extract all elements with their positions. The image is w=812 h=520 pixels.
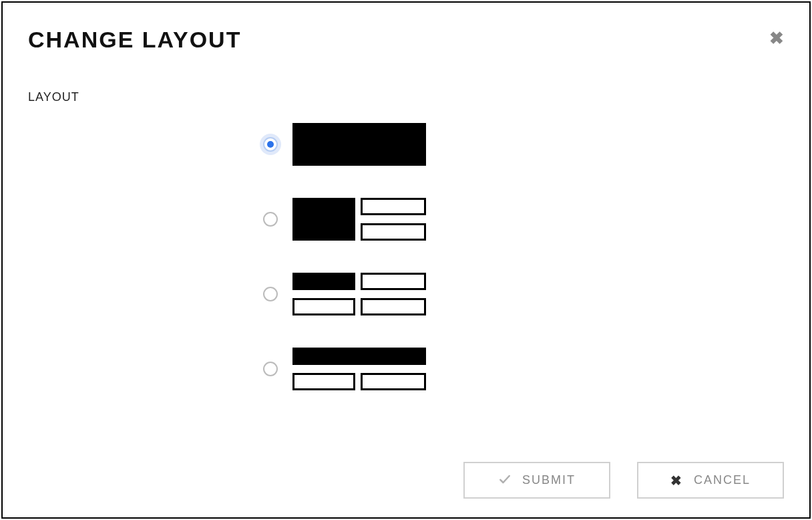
x-icon: ✖ bbox=[670, 474, 683, 487]
layout-option-split-left-stack[interactable] bbox=[263, 198, 426, 241]
dialog-header: CHANGE LAYOUT ✖ bbox=[28, 27, 784, 53]
check-icon bbox=[498, 473, 512, 488]
radio-split-left-stack[interactable] bbox=[263, 212, 278, 227]
layout-option-full[interactable] bbox=[263, 123, 426, 166]
layout-options bbox=[263, 123, 784, 390]
submit-label: SUBMIT bbox=[522, 473, 576, 487]
dialog-title: CHANGE LAYOUT bbox=[28, 27, 241, 53]
layout-thumb-top-two-bottom bbox=[292, 348, 426, 390]
radio-top-two-bottom[interactable] bbox=[263, 362, 278, 376]
layout-option-top-two-bottom[interactable] bbox=[263, 348, 426, 390]
layout-thumb-quad bbox=[292, 273, 426, 315]
form-area: LAYOUT bbox=[28, 90, 784, 499]
radio-full[interactable] bbox=[263, 137, 278, 152]
layout-label: LAYOUT bbox=[28, 90, 784, 104]
layout-thumb-full bbox=[292, 123, 426, 166]
cancel-label: CANCEL bbox=[694, 473, 751, 487]
dialog-footer: SUBMIT ✖ CANCEL bbox=[28, 462, 784, 499]
layout-thumb-split-left-stack bbox=[292, 198, 426, 241]
radio-quad[interactable] bbox=[263, 287, 278, 301]
submit-button[interactable]: SUBMIT bbox=[463, 462, 610, 499]
change-layout-dialog: CHANGE LAYOUT ✖ LAYOUT bbox=[1, 1, 811, 519]
close-icon[interactable]: ✖ bbox=[769, 29, 784, 47]
cancel-button[interactable]: ✖ CANCEL bbox=[637, 462, 784, 499]
layout-option-quad[interactable] bbox=[263, 273, 426, 315]
